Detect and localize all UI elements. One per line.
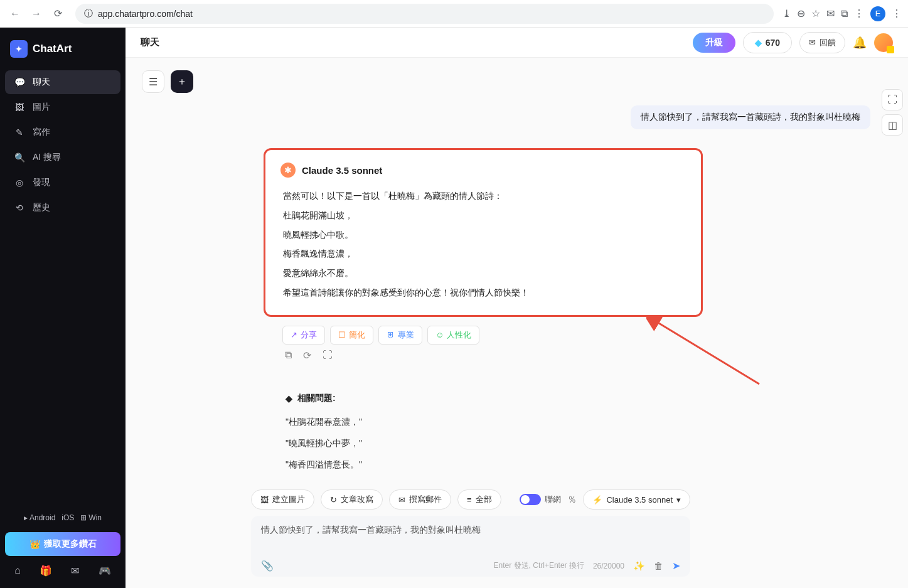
get-diamonds-button[interactable]: 👑 獲取更多鑽石 xyxy=(5,532,120,556)
composer[interactable]: 情人節快到了，請幫我寫一首藏頭詩，我的對象叫杜曉梅 📎 Enter 發送, Ct… xyxy=(251,516,690,577)
related-item[interactable]: "曉風輕拂心中夢，" xyxy=(286,433,687,454)
chat-content: ☰ ＋ 情人節快到了，請幫我寫一首藏頭詩，我的對象叫杜曉梅 ✱ Claude 3… xyxy=(126,58,908,484)
trash-icon[interactable]: 🗑 xyxy=(654,560,663,571)
hash-icon[interactable]: ％ xyxy=(567,494,577,506)
nav-label: 聊天 xyxy=(33,77,50,88)
site-info-icon: ⓘ xyxy=(84,8,93,19)
hint-text: Enter 發送, Ctrl+Enter 換行 xyxy=(494,560,584,571)
diamond-balance[interactable]: ◆670 xyxy=(743,32,792,53)
win-link[interactable]: ⊞Win xyxy=(80,513,102,522)
feedback-button[interactable]: ✉ 回饋 xyxy=(799,32,845,53)
extension-icons: ⤓ ⊖ ☆ ✉ ⧉ ⋮ E ⋮ xyxy=(782,6,902,21)
response-actions: ↗ 分享 ☐ 簡化 ⛨ 專業 ☺ 人性化 xyxy=(282,326,703,345)
history-icon: ⟲ xyxy=(14,203,25,213)
url-text: app.chatartpro.com/chat xyxy=(98,9,193,19)
sidebar: ✦ ChatArt 💬聊天 🖼圖片 ✎寫作 🔍AI 搜尋 ◎發現 ⟲歷史 ▸An… xyxy=(0,28,126,588)
ai-line: 當然可以！以下是一首以「杜曉梅」為藏頭的情人節詩： xyxy=(283,186,686,206)
send-button[interactable]: ➤ xyxy=(672,560,680,572)
simplify-button[interactable]: ☐ 簡化 xyxy=(330,326,373,345)
related-item[interactable]: "杜鵑花開春意濃，" xyxy=(286,412,687,433)
android-link[interactable]: ▸Android xyxy=(24,513,55,522)
fullscreen-icon[interactable]: ⛶ xyxy=(323,350,333,361)
star-icon[interactable]: ☆ xyxy=(811,8,820,19)
sidebar-item-discover[interactable]: ◎發現 xyxy=(5,171,120,195)
ai-avatar-icon: ✱ xyxy=(280,163,296,178)
nav-label: 圖片 xyxy=(33,102,50,113)
profile-avatar[interactable]: E xyxy=(870,6,885,21)
gift-icon[interactable]: 🎁 xyxy=(40,565,52,577)
bell-icon[interactable]: 🔔 xyxy=(853,36,867,50)
bottom-icons: ⌂ 🎁 ✉ 🎮 xyxy=(5,561,120,580)
browser-bar: ← → ⟳ ⓘ app.chatartpro.com/chat ⤓ ⊖ ☆ ✉ … xyxy=(0,0,908,28)
ai-model-name: Claude 3.5 sonnet xyxy=(302,165,382,176)
home-icon[interactable]: ⌂ xyxy=(14,565,21,577)
new-chat-button[interactable]: ＋ xyxy=(171,70,193,93)
quick-image-button[interactable]: 🖼 建立圖片 xyxy=(251,489,314,510)
divider: ⋮ xyxy=(854,8,864,19)
topbar: 聊天 升級 ◆670 ✉ 回饋 🔔 xyxy=(126,28,908,58)
professional-button[interactable]: ⛨ 專業 xyxy=(378,326,422,345)
char-count: 26/20000 xyxy=(593,562,624,570)
diamond-count: 670 xyxy=(766,38,780,48)
nav-label: 發現 xyxy=(33,177,50,188)
url-bar[interactable]: ⓘ app.chatartpro.com/chat xyxy=(75,4,774,24)
sidebar-item-image[interactable]: 🖼圖片 xyxy=(5,95,120,119)
nav-label: AI 搜尋 xyxy=(33,152,61,163)
puzzle-icon[interactable]: ⧉ xyxy=(841,8,848,19)
write-icon: ✎ xyxy=(14,127,25,137)
chat-icon: 💬 xyxy=(14,77,25,87)
menu-icon[interactable]: ⋮ xyxy=(892,8,902,19)
sidebar-toggle-icon[interactable]: ☰ xyxy=(142,70,164,93)
ai-response-card: ✱ Claude 3.5 sonnet 當然可以！以下是一首以「杜曉梅」為藏頭的… xyxy=(264,148,703,317)
sidebar-item-chat[interactable]: 💬聊天 xyxy=(5,70,120,94)
feedback-label: 回饋 xyxy=(820,37,836,48)
upgrade-button[interactable]: 升級 xyxy=(693,33,735,53)
composer-input[interactable]: 情人節快到了，請幫我寫一首藏頭詩，我的對象叫杜曉梅 xyxy=(261,525,680,552)
related-title: ◆ 相關問題: xyxy=(286,393,687,404)
attach-icon[interactable]: 📎 xyxy=(261,560,274,572)
forward-icon[interactable]: → xyxy=(28,5,45,23)
related-item[interactable]: "梅香四溢情意長。" xyxy=(286,454,687,476)
game-icon[interactable]: 🎮 xyxy=(99,565,111,577)
ai-line: 杜鵑花開滿山坡， xyxy=(283,206,686,225)
ai-line: 梅香飄逸情意濃， xyxy=(283,244,686,264)
logo[interactable]: ✦ ChatArt xyxy=(5,35,120,63)
logo-text: ChatArt xyxy=(33,43,72,55)
ai-line: 曉風輕拂心中歌。 xyxy=(283,225,686,245)
humanize-button[interactable]: ☺ 人性化 xyxy=(427,326,479,345)
user-message: 情人節快到了，請幫我寫一首藏頭詩，我的對象叫杜曉梅 xyxy=(631,105,870,129)
back-icon[interactable]: ← xyxy=(6,5,24,23)
related-questions: ◆ 相關問題: "杜鵑花開春意濃，" "曉風輕拂心中夢，" "梅香四溢情意長。" xyxy=(286,393,687,476)
zoom-icon[interactable]: ⊖ xyxy=(797,8,805,19)
share-button[interactable]: ↗ 分享 xyxy=(282,326,325,345)
magic-icon[interactable]: ✨ xyxy=(633,560,645,572)
quick-rewrite-button[interactable]: ↻ 文章改寫 xyxy=(321,489,383,510)
ios-link[interactable]: iOS xyxy=(61,513,74,522)
search-icon: 🔍 xyxy=(14,152,25,163)
nav-label: 歷史 xyxy=(33,202,50,213)
copy-icon[interactable]: ⧉ xyxy=(285,350,292,361)
ai-body: 當然可以！以下是一首以「杜曉梅」為藏頭的情人節詩： 杜鵑花開滿山坡， 曉風輕拂心… xyxy=(280,186,686,302)
cta-label: 獲取更多鑽石 xyxy=(44,538,97,550)
platform-links: ▸Android iOS ⊞Win xyxy=(5,508,120,527)
gem-icon: ◆ xyxy=(755,38,762,48)
regenerate-icon[interactable]: ⟳ xyxy=(303,350,311,361)
logo-icon: ✦ xyxy=(10,40,28,58)
main: 聊天 升級 ◆670 ✉ 回饋 🔔 ⛶ ◫ ☰ ＋ 情人節快到了，請幫我寫一首藏… xyxy=(126,28,908,588)
model-picker[interactable]: ⚡ Claude 3.5 sonnet ▾ xyxy=(583,489,690,510)
net-toggle[interactable]: 聯網 xyxy=(520,494,561,505)
mail-ext-icon[interactable]: ✉ xyxy=(826,8,835,19)
sidebar-item-search[interactable]: 🔍AI 搜尋 xyxy=(5,146,120,169)
user-avatar[interactable] xyxy=(874,33,893,52)
nav-label: 寫作 xyxy=(33,127,50,138)
sidebar-item-write[interactable]: ✎寫作 xyxy=(5,120,120,144)
compass-icon: ◎ xyxy=(14,178,25,188)
install-icon[interactable]: ⤓ xyxy=(782,8,791,19)
image-icon: 🖼 xyxy=(14,102,25,112)
mail-icon[interactable]: ✉ xyxy=(71,565,79,577)
ai-line: 愛意綿綿永不磨。 xyxy=(283,264,686,283)
quick-all-button[interactable]: ≡ 全部 xyxy=(457,489,501,510)
reload-icon[interactable]: ⟳ xyxy=(49,5,67,23)
quick-email-button[interactable]: ✉ 撰寫郵件 xyxy=(389,489,451,510)
sidebar-item-history[interactable]: ⟲歷史 xyxy=(5,196,120,220)
